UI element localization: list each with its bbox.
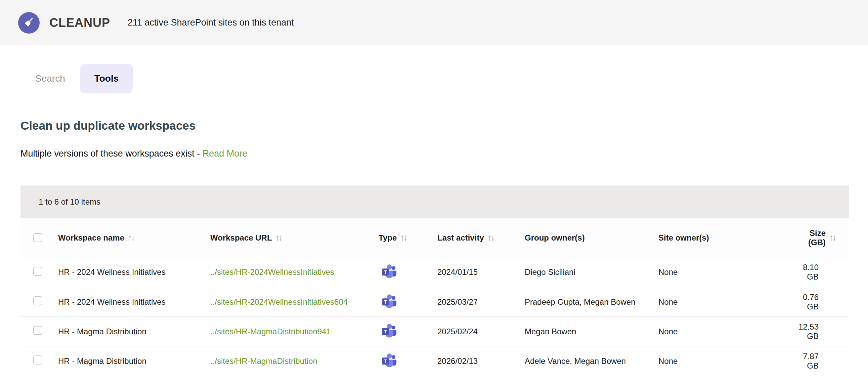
column-header-type[interactable]: Type ↑↓ [379,233,437,243]
sort-arrows-icon[interactable]: ↑↓ [488,233,494,243]
workspace-url-link[interactable]: ../sites/HR-2024WellnessInitiatives604 [210,297,348,306]
site-owners: None [658,297,791,307]
teams-icon: T [381,324,397,340]
app-header: CLEANUP 211 active SharePoint sites on t… [0,0,868,46]
broom-icon [23,16,35,30]
column-header-workspace-url[interactable]: Workspace URL ↑↓ [210,233,379,243]
group-owners: Megan Bowen [525,327,658,336]
select-all-checkbox[interactable] [33,233,42,242]
site-owners: None [658,267,791,277]
sort-arrows-icon[interactable]: ↑↓ [128,233,134,243]
group-owners: Diego Siciliani [525,267,658,277]
workspace-name: HR - Magma Distribution [58,327,210,336]
row-checkbox[interactable] [33,267,42,276]
workspace-name: HR - Magma Distribution [58,356,210,366]
app-title: CLEANUP [50,16,110,30]
table-header-row: Workspace name ↑↓ Workspace URL ↑↓ Type … [21,218,849,257]
column-header-last-activity[interactable]: Last activity ↑↓ [437,233,525,243]
last-activity: 2025/02/24 [437,327,525,336]
teams-icon: T [381,264,397,280]
table-row: HR - 2024 Wellness Initiatives ../sites/… [21,257,849,287]
group-owners: Pradeep Gupta, Megan Bowen [525,297,658,307]
group-owners: Adele Vance, Megan Bowen [525,356,658,366]
column-header-group-owners: Group owner(s) [525,233,658,242]
last-activity: 2026/02/13 [437,356,525,366]
section-description: Multiple versions of these workspaces ex… [21,148,868,159]
svg-text:T: T [384,358,387,364]
size-gb: 12.53 GB [791,322,849,341]
workspace-url-link[interactable]: ../sites/HR-MagmaDistribution941 [210,327,331,336]
row-checkbox[interactable] [33,355,42,364]
svg-text:T: T [384,299,387,305]
table-body: HR - 2024 Wellness Initiatives ../sites/… [21,257,849,376]
size-gb: 8.10 GB [791,263,849,282]
column-header-size[interactable]: Size (GB) ↑↓ [791,229,849,247]
size-gb: 0.76 GB [791,293,849,312]
duplicate-workspaces-table: 1 to 6 of 10 items Workspace name ↑↓ Wor… [21,185,849,376]
svg-text:T: T [384,329,387,334]
page-title: Clean up duplicate workspaces [21,119,868,132]
tab-tools[interactable]: Tools [80,64,133,93]
column-header-site-owners: Site owner(s) [658,233,791,242]
table-row: HR - Magma Distribution ../sites/HR-Magm… [21,317,849,346]
svg-text:T: T [384,269,387,275]
main-tabs: Search Tools [35,64,868,93]
items-count-label: 1 to 6 of 10 items [39,197,100,207]
table-summary-bar: 1 to 6 of 10 items [21,185,849,218]
description-text: Multiple versions of these workspaces ex… [21,148,203,158]
workspace-url-link[interactable]: ../sites/HR-MagmaDistribution [210,356,317,365]
sort-arrows-icon[interactable]: ↑↓ [400,233,406,243]
table-row: HR - Magma Distribution ../sites/HR-Magm… [21,346,849,376]
size-gb: 7.87 GB [791,352,849,371]
row-checkbox[interactable] [33,326,42,335]
tab-search[interactable]: Search [35,64,80,93]
workspace-url-link[interactable]: ../sites/HR-2024WellnessInitiatives [210,267,334,276]
workspace-name: HR - 2024 Wellness Initiatives [58,297,210,307]
teams-icon: T [381,353,397,369]
app-logo [18,12,40,34]
site-owners: None [658,356,791,366]
teams-icon: T [381,294,397,310]
last-activity: 2025/03/27 [437,297,525,307]
workspace-name: HR - 2024 Wellness Initiatives [58,267,210,277]
row-checkbox[interactable] [33,296,42,305]
site-owners: None [658,327,791,336]
last-activity: 2024/01/15 [437,267,525,277]
read-more-link[interactable]: Read More [203,148,248,158]
tenant-site-count: 211 active SharePoint sites on this tena… [128,18,294,28]
column-header-workspace-name[interactable]: Workspace name ↑↓ [58,233,210,243]
table-row: HR - 2024 Wellness Initiatives ../sites/… [21,287,849,317]
sort-arrows-icon[interactable]: ↑↓ [829,233,835,243]
sort-arrows-icon[interactable]: ↑↓ [275,233,282,243]
